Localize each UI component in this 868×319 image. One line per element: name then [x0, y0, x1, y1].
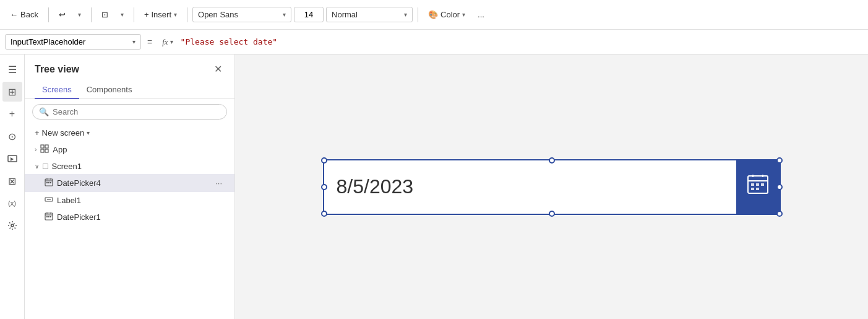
- more-button[interactable]: ...: [473, 7, 489, 22]
- datepicker1-icon: [45, 212, 53, 222]
- sep-1: [48, 7, 49, 22]
- datepicker-calendar-button[interactable]: [736, 160, 780, 214]
- connectors-icon[interactable]: ⊠: [2, 171, 22, 191]
- svg-rect-8: [48, 182, 49, 183]
- tree-panel: Tree view ✕ Screens Components 🔍 + New s…: [25, 55, 235, 319]
- new-screen-button[interactable]: + New screen ▾: [25, 125, 234, 141]
- copy-button[interactable]: ⊡: [97, 7, 113, 22]
- search-input[interactable]: [53, 107, 220, 116]
- handle-bottom-left[interactable]: [321, 211, 327, 217]
- fx-chevron-icon: ▾: [170, 38, 173, 45]
- svg-rect-14: [50, 216, 51, 217]
- svg-rect-19: [751, 188, 754, 190]
- formula-bar: InputTextPlaceholder ▾ = fx ▾ "Please se…: [0, 30, 868, 55]
- sep-5: [418, 7, 418, 22]
- svg-rect-3: [45, 145, 48, 148]
- copy-icon: ⊡: [101, 10, 108, 19]
- font-label: Open Sans: [198, 10, 238, 19]
- toolbar: ← Back ↩ ▾ ⊡ ▾ + Insert ▾ Open Sans ▾ 14…: [0, 0, 868, 30]
- back-label: Back: [20, 10, 38, 19]
- svg-point-1: [11, 224, 14, 227]
- undo-button[interactable]: ↩: [54, 7, 71, 22]
- tree-item-datepicker1[interactable]: DatePicker1: [25, 209, 234, 225]
- label1-label: Label1: [57, 196, 225, 205]
- chevron-down-icon: ▾: [78, 11, 81, 18]
- normal-dropdown[interactable]: Normal ▾: [326, 7, 413, 22]
- tree-items: › App ∨ □ Screen1 DatePicker4 ···: [25, 141, 234, 319]
- app-label: App: [53, 145, 225, 154]
- datepicker-widget[interactable]: 8/5/2023: [323, 159, 781, 215]
- color-chevron-icon: ▾: [462, 11, 465, 18]
- main-layout: ☰ ⊞ + ⊙ ⊠ (x) Tree view ✕ Screens Compon…: [0, 55, 868, 319]
- formula-value: "Please select date": [181, 37, 863, 46]
- label1-icon: [45, 195, 53, 206]
- media-icon[interactable]: [2, 149, 22, 168]
- svg-rect-5: [45, 149, 48, 152]
- sep-4: [187, 7, 187, 22]
- svg-rect-4: [41, 149, 44, 152]
- variables-icon[interactable]: (x): [2, 193, 22, 213]
- handle-middle-left[interactable]: [321, 184, 327, 190]
- add-icon[interactable]: +: [2, 104, 22, 124]
- chevron-down-icon-3: ▾: [174, 11, 177, 18]
- database-icon[interactable]: ⊙: [2, 126, 22, 146]
- tree-header: Tree view ✕: [25, 55, 234, 81]
- insert-button[interactable]: + Insert ▾: [139, 7, 182, 22]
- copy-dropdown-button[interactable]: ▾: [116, 9, 129, 20]
- date-value-text: 8/5/2023: [337, 175, 414, 198]
- tree-item-screen1[interactable]: ∨ □ Screen1: [25, 158, 234, 174]
- datepicker4-label: DatePicker4: [57, 178, 209, 188]
- plus-icon: +: [144, 10, 149, 19]
- datepicker4-more-button[interactable]: ···: [213, 177, 225, 189]
- svg-rect-17: [756, 183, 759, 186]
- handle-middle-right[interactable]: [776, 184, 783, 190]
- normal-chevron-icon: ▾: [404, 11, 407, 18]
- tree-item-datepicker4[interactable]: DatePicker4 ···: [25, 174, 234, 192]
- property-select[interactable]: InputTextPlaceholder ▾: [5, 34, 141, 50]
- more-label: ...: [478, 10, 484, 19]
- handle-top-left[interactable]: [321, 157, 327, 164]
- new-screen-chevron-icon: ▾: [87, 129, 90, 136]
- handle-bottom-middle[interactable]: [549, 211, 555, 217]
- svg-rect-13: [48, 216, 49, 217]
- svg-rect-2: [41, 145, 44, 148]
- tree-item-label1[interactable]: Label1: [25, 192, 234, 209]
- tree-close-button[interactable]: ✕: [212, 62, 225, 76]
- property-chevron-icon: ▾: [132, 38, 135, 45]
- svg-rect-16: [751, 183, 754, 186]
- svg-rect-12: [46, 216, 48, 217]
- canvas-area: 8/5/2023: [235, 55, 868, 319]
- hamburger-menu-icon[interactable]: ☰: [2, 59, 22, 79]
- datepicker1-label: DatePicker1: [57, 212, 225, 222]
- screen1-icon: □: [43, 161, 48, 171]
- tree-tabs: Screens Components: [25, 81, 234, 99]
- screen1-label: Screen1: [51, 162, 225, 171]
- search-icon: 🔍: [39, 107, 49, 116]
- app-icon: [40, 144, 49, 155]
- svg-rect-18: [761, 183, 764, 186]
- screen1-chevron-icon: ∨: [35, 163, 39, 170]
- layers-icon[interactable]: ⊞: [2, 82, 22, 102]
- canvas-inner: 8/5/2023: [235, 55, 868, 319]
- back-button[interactable]: ← Back: [5, 7, 43, 22]
- color-icon: 🎨: [428, 10, 438, 19]
- tree-item-app[interactable]: › App: [25, 141, 234, 158]
- handle-top-right[interactable]: [776, 157, 783, 164]
- font-size-input[interactable]: 14: [294, 7, 324, 22]
- color-button[interactable]: 🎨 Color ▾: [423, 7, 470, 22]
- color-label: Color: [440, 10, 460, 19]
- tab-screens[interactable]: Screens: [35, 81, 79, 99]
- tab-components[interactable]: Components: [79, 81, 140, 99]
- svg-rect-20: [756, 188, 759, 190]
- undo-icon: ↩: [59, 10, 66, 19]
- fx-button[interactable]: fx ▾: [158, 35, 176, 50]
- handle-top-middle[interactable]: [549, 157, 555, 164]
- search-box[interactable]: 🔍: [32, 104, 227, 120]
- app-chevron-icon: ›: [35, 146, 37, 153]
- normal-label: Normal: [332, 10, 358, 19]
- handle-bottom-right[interactable]: [776, 211, 783, 217]
- undo-dropdown-button[interactable]: ▾: [73, 9, 86, 20]
- new-screen-label: New screen: [42, 128, 85, 138]
- settings-icon[interactable]: [2, 216, 22, 235]
- font-dropdown[interactable]: Open Sans ▾: [192, 7, 291, 22]
